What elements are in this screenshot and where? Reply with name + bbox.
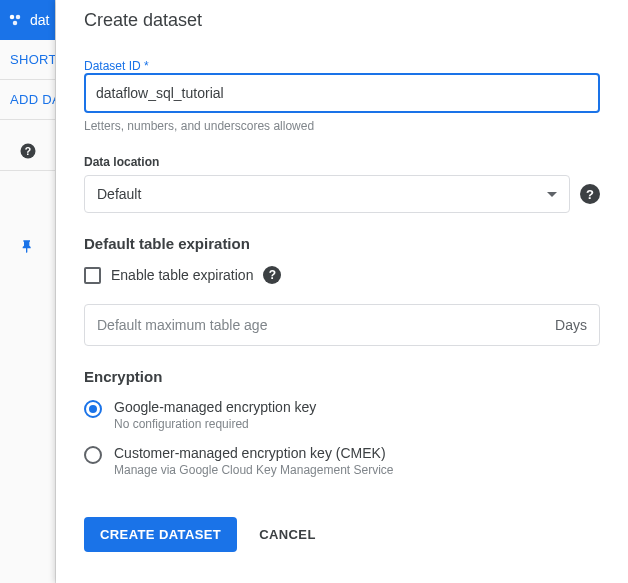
svg-point-2	[13, 21, 18, 26]
encryption-option-label: Google-managed encryption key	[114, 399, 316, 415]
dataset-id-input[interactable]	[84, 73, 600, 113]
radio-icon	[84, 400, 102, 418]
encryption-option-cmek[interactable]: Customer-managed encryption key (CMEK) M…	[84, 445, 600, 477]
svg-point-0	[10, 15, 15, 20]
svg-point-1	[16, 15, 21, 20]
radio-icon	[84, 446, 102, 464]
encryption-option-google[interactable]: Google-managed encryption key No configu…	[84, 399, 600, 431]
data-location-select[interactable]: Default	[84, 175, 570, 213]
max-table-age-input[interactable]: Default maximum table age Days	[84, 304, 600, 346]
expiration-help-icon[interactable]: ?	[263, 266, 281, 284]
product-topbar: dat	[0, 0, 55, 40]
chevron-down-icon	[547, 192, 557, 197]
encryption-option-label: Customer-managed encryption key (CMEK)	[114, 445, 394, 461]
expiration-heading: Default table expiration	[84, 235, 600, 252]
sidebar-help: ?	[0, 132, 55, 171]
data-location-help-icon[interactable]: ?	[580, 184, 600, 204]
brand-text: dat	[30, 12, 49, 28]
bigquery-brand-icon	[6, 11, 24, 29]
encryption-option-sub: Manage via Google Cloud Key Management S…	[114, 463, 394, 477]
enable-expiration-checkbox[interactable]	[84, 267, 101, 284]
encryption-heading: Encryption	[84, 368, 600, 385]
max-table-age-unit: Days	[555, 317, 587, 333]
pin-icon[interactable]	[20, 239, 36, 255]
cancel-button[interactable]: CANCEL	[259, 527, 316, 542]
create-dataset-button[interactable]: CREATE DATASET	[84, 517, 237, 552]
enable-expiration-label: Enable table expiration	[111, 267, 253, 283]
dialog-actions: CREATE DATASET CANCEL	[84, 517, 600, 552]
dialog-title: Create dataset	[84, 10, 600, 31]
svg-text:?: ?	[24, 145, 30, 157]
data-location-label: Data location	[84, 155, 600, 169]
sidebar-add-data[interactable]: ADD DA	[0, 80, 55, 120]
encryption-option-sub: No configuration required	[114, 417, 316, 431]
data-location-value: Default	[97, 186, 141, 202]
dataset-id-group: Dataset ID * Letters, numbers, and under…	[84, 59, 600, 133]
encryption-group: Encryption Google-managed encryption key…	[84, 368, 600, 477]
dataset-id-helper: Letters, numbers, and underscores allowe…	[84, 119, 600, 133]
data-location-group: Data location Default ?	[84, 155, 600, 213]
dataset-id-label: Dataset ID *	[84, 59, 600, 73]
sidebar-shortcuts[interactable]: SHORTCU	[0, 40, 55, 80]
help-circle-icon[interactable]: ?	[19, 142, 37, 160]
create-dataset-panel: Create dataset Dataset ID * Letters, num…	[56, 0, 628, 583]
max-table-age-placeholder: Default maximum table age	[97, 317, 267, 333]
expiration-group: Default table expiration Enable table ex…	[84, 235, 600, 346]
left-sidebar: dat SHORTCU ADD DA ?	[0, 0, 56, 583]
